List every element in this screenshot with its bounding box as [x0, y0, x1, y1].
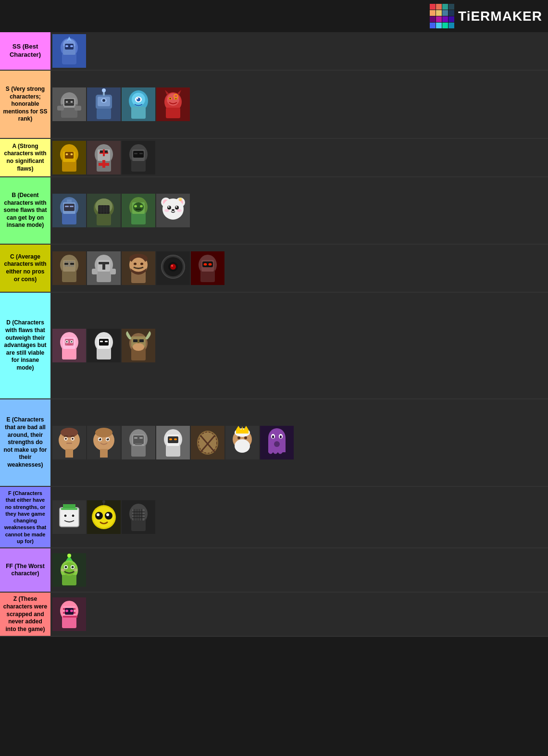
svg-point-217 — [174, 438, 177, 440]
tier-row-f: F (Characters that either have no streng… — [0, 487, 548, 548]
svg-point-258 — [102, 500, 105, 503]
svg-point-145 — [140, 263, 143, 265]
tier-content-s — [50, 71, 548, 138]
svg-point-200 — [99, 438, 100, 439]
svg-rect-138 — [110, 269, 116, 274]
svg-point-150 — [170, 264, 176, 270]
svg-rect-182 — [139, 339, 144, 342]
character-red-devil — [156, 87, 190, 121]
svg-rect-16 — [64, 103, 74, 104]
svg-rect-73 — [64, 204, 75, 211]
svg-rect-181 — [133, 339, 137, 342]
svg-point-126 — [69, 265, 70, 267]
tier-label-b: B (Decent characters with some flaws tha… — [0, 177, 50, 244]
svg-point-23 — [102, 99, 105, 102]
svg-rect-76 — [67, 199, 72, 202]
tier-row-c: C (Average characters with either no pro… — [0, 245, 548, 293]
svg-point-198 — [99, 438, 101, 441]
tier-label-s: S (Very strong characters; honorable men… — [0, 71, 50, 138]
tier-row-a: A (Strong characters with no significant… — [0, 139, 548, 177]
page-wrapper: TiERMAKER SS (Best Character) — [0, 0, 548, 637]
svg-point-117 — [71, 261, 72, 263]
character-crusader-knight — [87, 141, 121, 174]
svg-point-183 — [133, 343, 144, 351]
tier-label-ff: FF (The Worst character) — [0, 548, 50, 592]
svg-point-15 — [71, 101, 73, 103]
svg-point-232 — [244, 436, 247, 439]
svg-point-107 — [164, 209, 169, 212]
tier-content-ff — [50, 548, 548, 592]
tier-label-c: C (Average characters with either no pro… — [0, 245, 50, 292]
svg-point-104 — [168, 206, 170, 208]
character-horned-helmet — [122, 329, 155, 362]
svg-rect-24 — [97, 109, 111, 119]
character-pink-scrapped — [52, 597, 86, 631]
tier-table: SS (Best Character) — [0, 32, 548, 637]
character-white-bear: ⊕ — [156, 194, 190, 227]
tier-label-ss: SS (Best Character) — [0, 32, 50, 70]
character-gray-crusader — [122, 426, 155, 459]
character-green-clown — [52, 553, 86, 587]
svg-rect-137 — [92, 269, 98, 274]
svg-point-118 — [73, 261, 74, 263]
svg-point-291 — [65, 610, 68, 612]
svg-point-115 — [67, 261, 68, 263]
svg-point-280 — [72, 566, 74, 569]
svg-point-281 — [61, 569, 65, 571]
character-bear-warrior — [191, 426, 224, 459]
svg-rect-174 — [100, 341, 103, 342]
tier-content-a — [50, 139, 548, 176]
tier-row-s: S (Very strong characters; honorable men… — [0, 71, 548, 139]
svg-text:⊕: ⊕ — [178, 197, 182, 202]
svg-point-14 — [66, 101, 68, 103]
character-old-king — [225, 426, 259, 459]
svg-rect-61 — [105, 150, 108, 153]
svg-point-255 — [97, 513, 100, 516]
svg-rect-60 — [100, 150, 103, 153]
svg-point-256 — [106, 513, 109, 516]
tier-label-f: F (Characters that either have no streng… — [0, 487, 50, 547]
svg-point-195 — [95, 428, 112, 437]
svg-rect-57 — [99, 163, 109, 166]
svg-point-105 — [176, 206, 177, 208]
svg-rect-17 — [57, 106, 64, 111]
svg-point-220 — [199, 432, 217, 453]
svg-rect-43 — [166, 108, 180, 118]
svg-point-216 — [169, 438, 172, 440]
character-dark-visor — [191, 251, 224, 285]
character-chain-knight — [52, 251, 86, 285]
character-beard-man — [122, 251, 155, 285]
svg-point-282 — [74, 569, 77, 571]
svg-point-144 — [134, 263, 137, 265]
svg-point-273 — [67, 554, 71, 558]
svg-rect-192 — [65, 449, 73, 458]
tier-label-z: Z (These characters were scrapped and ne… — [0, 593, 50, 636]
tier-content-z — [50, 593, 548, 636]
character-green-soldier — [122, 194, 155, 227]
svg-point-230 — [235, 439, 250, 453]
tier-content-b: ⊕ — [50, 177, 548, 244]
svg-rect-130 — [70, 263, 74, 265]
svg-point-292 — [70, 610, 73, 612]
svg-rect-136 — [102, 262, 105, 270]
character-black-knight — [122, 141, 155, 174]
character-purple-ghost — [260, 426, 294, 459]
svg-point-7 — [70, 45, 73, 47]
tier-content-ss — [50, 32, 548, 70]
svg-rect-275 — [62, 575, 76, 585]
tier-row-ff: FF (The Worst character) — [0, 548, 548, 593]
tier-label-e: E (Characters that are bad all around, t… — [0, 399, 50, 486]
svg-point-51 — [71, 153, 73, 155]
svg-point-239 — [280, 435, 282, 438]
character-blue-robot — [87, 87, 121, 121]
svg-rect-175 — [105, 341, 108, 342]
svg-point-121 — [69, 263, 70, 265]
svg-point-201 — [107, 438, 108, 439]
character-blue-helmet — [52, 194, 86, 227]
svg-rect-80 — [97, 213, 111, 225]
tier-row-e: E (Characters that are bad all around, t… — [0, 399, 548, 487]
svg-point-116 — [69, 261, 70, 263]
svg-rect-75 — [70, 206, 74, 207]
svg-point-114 — [65, 261, 66, 263]
tier-content-e — [50, 399, 548, 486]
